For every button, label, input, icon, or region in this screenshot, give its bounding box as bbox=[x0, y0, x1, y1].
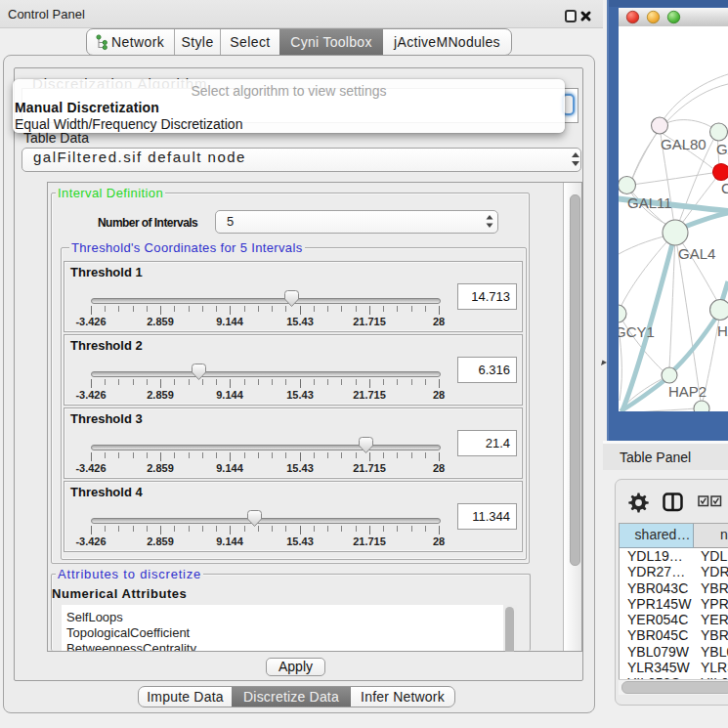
svg-text:HAP2: HAP2 bbox=[668, 383, 707, 400]
svg-text:HA: HA bbox=[717, 322, 728, 339]
svg-text:GAL11: GAL11 bbox=[627, 194, 672, 211]
svg-text:GCY1: GCY1 bbox=[615, 323, 655, 340]
svg-text:CD: CD bbox=[721, 180, 728, 196]
svg-text:GAL4: GAL4 bbox=[678, 245, 715, 262]
svg-text:GAL80: GAL80 bbox=[661, 136, 707, 152]
svg-text:GA: GA bbox=[716, 141, 728, 157]
